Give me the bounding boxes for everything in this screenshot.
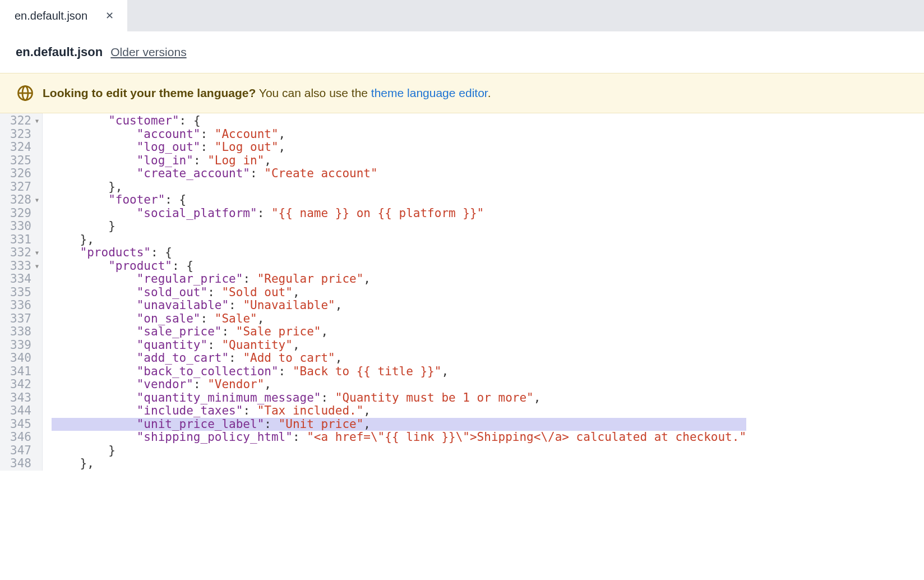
line-number: 335 bbox=[4, 286, 39, 300]
tab-label: en.default.json bbox=[15, 10, 87, 22]
line-number: 347 bbox=[4, 444, 39, 458]
code-line[interactable]: "unit_price_label": "Unit price", bbox=[52, 418, 746, 431]
line-number: 348 bbox=[4, 457, 39, 471]
code-line[interactable]: "sold_out": "Sold out", bbox=[52, 286, 746, 300]
file-title: en.default.json bbox=[16, 45, 103, 59]
code-line[interactable]: "create_account": "Create account" bbox=[52, 167, 746, 181]
code-line[interactable]: "customer": { bbox=[52, 114, 746, 128]
banner-text: Looking to edit your theme language? You… bbox=[43, 86, 491, 100]
code-line[interactable]: "regular_price": "Regular price", bbox=[52, 273, 746, 286]
code-line[interactable]: "add_to_cart": "Add to cart", bbox=[52, 352, 746, 365]
code-line[interactable]: } bbox=[52, 220, 746, 233]
code-line[interactable]: "log_in": "Log in", bbox=[52, 154, 746, 168]
code-line[interactable]: "social_platform": "{{ name }} on {{ pla… bbox=[52, 207, 746, 220]
code-line[interactable]: }, bbox=[52, 233, 746, 247]
line-number: 339 bbox=[4, 339, 39, 352]
tab-bar: en.default.json ✕ bbox=[0, 0, 924, 31]
line-number: 334 bbox=[4, 273, 39, 286]
code-editor[interactable]: 322▼323324325326327328▼329330331332▼333▼… bbox=[0, 113, 924, 471]
file-header: en.default.json Older versions bbox=[0, 31, 924, 73]
close-icon[interactable]: ✕ bbox=[103, 7, 116, 24]
banner-period: . bbox=[488, 86, 491, 99]
code-line[interactable]: "footer": { bbox=[52, 194, 746, 207]
line-number: 323 bbox=[4, 128, 39, 141]
line-number: 343 bbox=[4, 392, 39, 405]
code-line[interactable]: "on_sale": "Sale", bbox=[52, 312, 746, 326]
fold-arrow-icon[interactable]: ▼ bbox=[33, 114, 39, 128]
fold-arrow-icon[interactable]: ▼ bbox=[33, 246, 39, 260]
line-number: 329 bbox=[4, 207, 39, 220]
older-versions-link[interactable]: Older versions bbox=[110, 45, 186, 59]
code-line[interactable]: "products": { bbox=[52, 246, 746, 260]
code-line[interactable]: "sale_price": "Sale price", bbox=[52, 325, 746, 339]
line-number: 336 bbox=[4, 299, 39, 312]
info-banner: Looking to edit your theme language? You… bbox=[0, 73, 924, 113]
code-line[interactable]: "shipping_policy_html": "<a href=\"{{ li… bbox=[52, 431, 746, 444]
line-number: 326 bbox=[4, 167, 39, 181]
line-number: 337 bbox=[4, 312, 39, 326]
line-number: 344 bbox=[4, 404, 39, 418]
code-area[interactable]: "customer": { "account": "Account", "log… bbox=[43, 113, 746, 471]
code-line[interactable]: } bbox=[52, 444, 746, 458]
code-line[interactable]: "log_out": "Log out", bbox=[52, 141, 746, 154]
line-number: 324 bbox=[4, 141, 39, 154]
line-number: 322▼ bbox=[4, 114, 39, 128]
theme-language-editor-link[interactable]: theme language editor bbox=[371, 86, 488, 99]
line-number: 338 bbox=[4, 325, 39, 339]
code-line[interactable]: "account": "Account", bbox=[52, 128, 746, 141]
globe-icon bbox=[17, 85, 34, 102]
code-line[interactable]: "quantity": "Quantity", bbox=[52, 339, 746, 352]
line-number: 332▼ bbox=[4, 246, 39, 260]
code-line[interactable]: "vendor": "Vendor", bbox=[52, 378, 746, 392]
code-line[interactable]: "quantity_minimum_message": "Quantity mu… bbox=[52, 392, 746, 405]
line-number: 328▼ bbox=[4, 194, 39, 207]
code-line[interactable]: "include_taxes": "Tax included.", bbox=[52, 404, 746, 418]
code-line[interactable]: "unavailable": "Unavailable", bbox=[52, 299, 746, 312]
line-gutter: 322▼323324325326327328▼329330331332▼333▼… bbox=[0, 113, 43, 471]
line-number: 330 bbox=[4, 220, 39, 233]
code-line[interactable]: "product": { bbox=[52, 260, 746, 273]
line-number: 342 bbox=[4, 378, 39, 392]
fold-arrow-icon[interactable]: ▼ bbox=[33, 260, 39, 273]
banner-plain-text: You can also use the bbox=[256, 86, 371, 99]
line-number: 340 bbox=[4, 352, 39, 365]
tab-active[interactable]: en.default.json ✕ bbox=[0, 0, 127, 31]
line-number: 327 bbox=[4, 181, 39, 194]
code-line[interactable]: }, bbox=[52, 457, 746, 471]
code-line[interactable]: "back_to_collection": "Back to {{ title … bbox=[52, 365, 746, 379]
code-line[interactable]: }, bbox=[52, 181, 746, 194]
line-number: 341 bbox=[4, 365, 39, 379]
line-number: 325 bbox=[4, 154, 39, 168]
banner-strong-text: Looking to edit your theme language? bbox=[43, 86, 256, 99]
line-number: 331 bbox=[4, 233, 39, 247]
fold-arrow-icon[interactable]: ▼ bbox=[33, 194, 39, 207]
line-number: 333▼ bbox=[4, 260, 39, 273]
line-number: 345 bbox=[4, 418, 39, 431]
line-number: 346 bbox=[4, 431, 39, 444]
